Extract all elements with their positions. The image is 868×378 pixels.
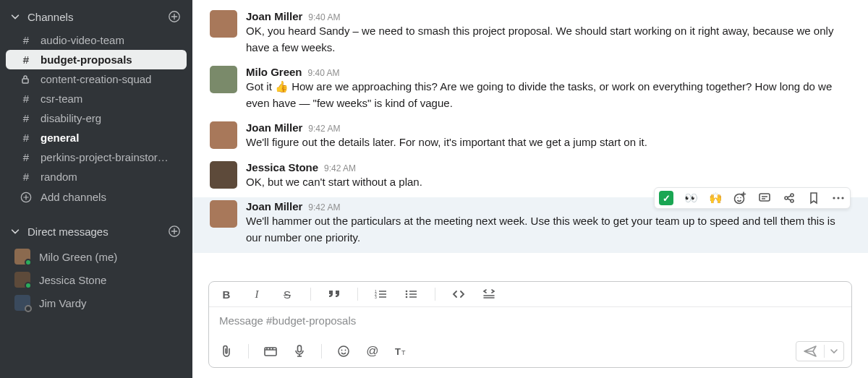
hash-icon: # bbox=[20, 34, 32, 46]
send-group bbox=[796, 341, 844, 361]
svg-point-6 bbox=[740, 197, 741, 199]
message-text: Got it 👍 How are we approaching this? Ar… bbox=[246, 79, 851, 111]
dm-item[interactable]: Jessica Stone bbox=[0, 268, 192, 291]
dm-label: Jessica Stone bbox=[39, 274, 106, 286]
attach-file-button[interactable] bbox=[219, 345, 234, 358]
codeblock-button[interactable] bbox=[482, 289, 496, 299]
dm-item[interactable]: Jim Vardy bbox=[0, 291, 192, 314]
format-toolbar: B I S 123 bbox=[209, 282, 851, 307]
channels-section-title: Channels bbox=[27, 11, 73, 23]
channel-label: audio-video-team bbox=[41, 34, 124, 46]
message[interactable]: Joan Miller9:40 AMOK, you heard Sandy – … bbox=[192, 7, 868, 63]
add-channels-button[interactable]: Add channels bbox=[0, 186, 192, 207]
svg-point-11 bbox=[833, 197, 835, 199]
avatar bbox=[14, 295, 30, 311]
channel-label: disability-erg bbox=[41, 112, 101, 124]
bullet-list-button[interactable] bbox=[404, 289, 419, 299]
code-button[interactable] bbox=[451, 290, 466, 298]
composer-wrap: B I S 123 bbox=[192, 281, 868, 378]
mic-button[interactable] bbox=[292, 345, 307, 358]
channel-item-audio-video-team[interactable]: #audio-video-team bbox=[0, 30, 192, 50]
svg-point-9 bbox=[791, 194, 793, 197]
blockquote-button[interactable] bbox=[327, 289, 341, 299]
channel-item-random[interactable]: #random bbox=[0, 167, 192, 186]
attach-toolbar: @ TT bbox=[209, 337, 851, 367]
message-author[interactable]: Joan Miller bbox=[246, 10, 302, 22]
message-author[interactable]: Milo Green bbox=[246, 66, 302, 78]
channel-item-budget-proposals[interactable]: #budget-proposals bbox=[6, 50, 187, 69]
svg-point-5 bbox=[737, 197, 739, 199]
svg-point-23 bbox=[341, 350, 343, 351]
channels-section-header[interactable]: Channels bbox=[0, 6, 192, 27]
emoji-picker-button[interactable] bbox=[336, 345, 351, 358]
add-channel-icon[interactable] bbox=[168, 10, 181, 23]
avatar[interactable] bbox=[210, 200, 237, 228]
avatar[interactable] bbox=[210, 121, 237, 149]
presence-indicator bbox=[25, 282, 32, 289]
ordered-list-button[interactable]: 123 bbox=[374, 289, 388, 299]
hash-icon: # bbox=[20, 171, 32, 183]
bookmark-button[interactable] bbox=[807, 191, 821, 205]
video-button[interactable] bbox=[263, 346, 278, 356]
more-actions-button[interactable] bbox=[831, 191, 846, 205]
message-input[interactable] bbox=[219, 314, 841, 327]
dm-item[interactable]: Milo Green (me) bbox=[0, 245, 192, 268]
thread-button[interactable] bbox=[757, 191, 772, 205]
avatar[interactable] bbox=[210, 161, 237, 189]
send-options-button[interactable] bbox=[824, 345, 843, 358]
presence-indicator bbox=[25, 305, 32, 312]
hash-icon: # bbox=[20, 151, 32, 163]
channel-label: general bbox=[41, 132, 79, 144]
text-format-button[interactable]: TT bbox=[394, 346, 409, 356]
channel-label: content-creation-squad bbox=[41, 73, 151, 85]
message-author[interactable]: Joan Miller bbox=[246, 121, 302, 134]
message-text: We'll figure out the details later. For … bbox=[246, 134, 851, 151]
svg-point-4 bbox=[735, 194, 744, 204]
channel-label: csr-team bbox=[41, 93, 82, 105]
channel-label: perkins-project-brainstor… bbox=[41, 151, 169, 163]
reaction-check-button[interactable]: ✓ bbox=[659, 191, 673, 205]
reaction-hands-button[interactable]: 🙌 bbox=[708, 191, 723, 205]
add-reaction-button[interactable] bbox=[733, 191, 747, 205]
svg-point-10 bbox=[791, 199, 793, 202]
channel-item-perkins-project-brainstor-[interactable]: #perkins-project-brainstor… bbox=[0, 147, 192, 167]
hash-icon: # bbox=[20, 53, 32, 66]
message-text: OK, you heard Sandy – we need to smash t… bbox=[246, 23, 851, 56]
share-button[interactable] bbox=[782, 191, 796, 205]
italic-button[interactable]: I bbox=[250, 288, 264, 301]
sidebar: Channels #audio-video-team#budget-propos… bbox=[0, 0, 192, 378]
chevron-down-icon bbox=[10, 12, 20, 22]
message-author[interactable]: Joan Miller bbox=[246, 200, 302, 212]
message-author[interactable]: Jessica Stone bbox=[246, 161, 318, 173]
message[interactable]: Joan Miller9:42 AMWe'll hammer out the p… bbox=[192, 197, 868, 253]
dm-label: Jim Vardy bbox=[39, 297, 87, 309]
reaction-eyes-button[interactable]: 👀 bbox=[684, 191, 698, 205]
svg-rect-21 bbox=[298, 345, 302, 352]
channel-item-general[interactable]: #general bbox=[0, 128, 192, 147]
svg-rect-7 bbox=[760, 194, 770, 201]
dms-section-header[interactable]: Direct messages bbox=[0, 220, 192, 242]
thumbs-up-emoji: 👍 bbox=[275, 80, 289, 93]
channel-item-disability-erg[interactable]: #disability-erg bbox=[0, 108, 192, 128]
plus-circle-icon bbox=[20, 192, 32, 203]
svg-point-8 bbox=[785, 197, 788, 199]
svg-point-22 bbox=[339, 346, 349, 356]
bold-button[interactable]: B bbox=[219, 288, 234, 301]
channel-item-content-creation-squad[interactable]: content-creation-squad bbox=[0, 69, 192, 89]
message-hover-actions: ✓👀🙌 bbox=[654, 187, 851, 209]
message-list[interactable]: Joan Miller9:40 AMOK, you heard Sandy – … bbox=[192, 0, 868, 281]
channel-label: budget-proposals bbox=[41, 53, 132, 66]
message-timestamp: 9:40 AM bbox=[308, 12, 340, 22]
add-dm-icon[interactable] bbox=[168, 225, 181, 238]
message[interactable]: Joan Miller9:42 AMWe'll figure out the d… bbox=[192, 119, 868, 158]
avatar[interactable] bbox=[210, 66, 237, 93]
channel-item-csr-team[interactable]: #csr-team bbox=[0, 89, 192, 108]
mention-button[interactable]: @ bbox=[365, 344, 380, 358]
message[interactable]: Milo Green9:40 AMGot it 👍 How are we app… bbox=[192, 63, 868, 119]
send-button[interactable] bbox=[796, 342, 824, 361]
strike-button[interactable]: S bbox=[280, 288, 294, 301]
avatar[interactable] bbox=[210, 10, 237, 38]
svg-point-17 bbox=[406, 291, 408, 293]
chevron-down-icon bbox=[10, 226, 20, 236]
message-timestamp: 9:42 AM bbox=[308, 202, 340, 212]
